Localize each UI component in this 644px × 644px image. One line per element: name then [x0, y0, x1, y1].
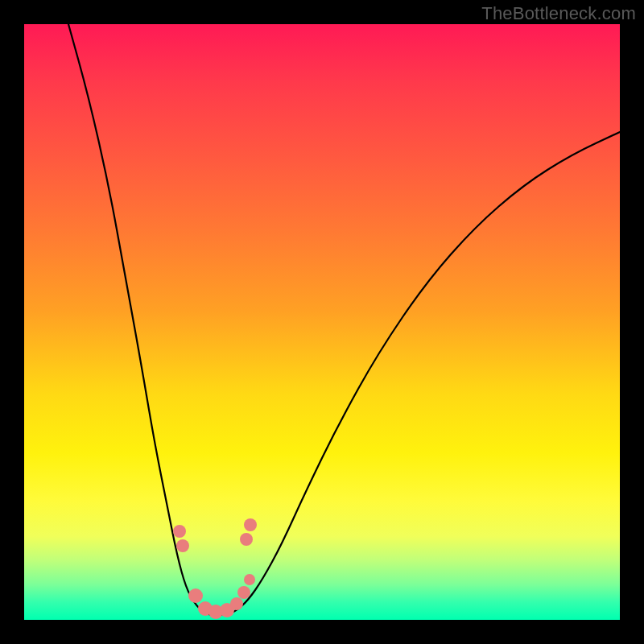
data-marker	[188, 588, 203, 603]
data-marker	[230, 597, 243, 610]
data-marker	[244, 574, 255, 585]
curve-overlay	[24, 24, 620, 620]
data-marker	[176, 539, 189, 552]
data-marker	[244, 518, 257, 531]
chart-frame: TheBottleneck.com	[0, 0, 644, 644]
plot-area	[24, 24, 620, 620]
data-marker	[237, 586, 250, 599]
watermark-text: TheBottleneck.com	[481, 3, 636, 24]
curve-right	[211, 132, 620, 615]
data-marker	[173, 525, 186, 538]
data-marker	[240, 533, 253, 546]
curve-left	[68, 24, 211, 615]
